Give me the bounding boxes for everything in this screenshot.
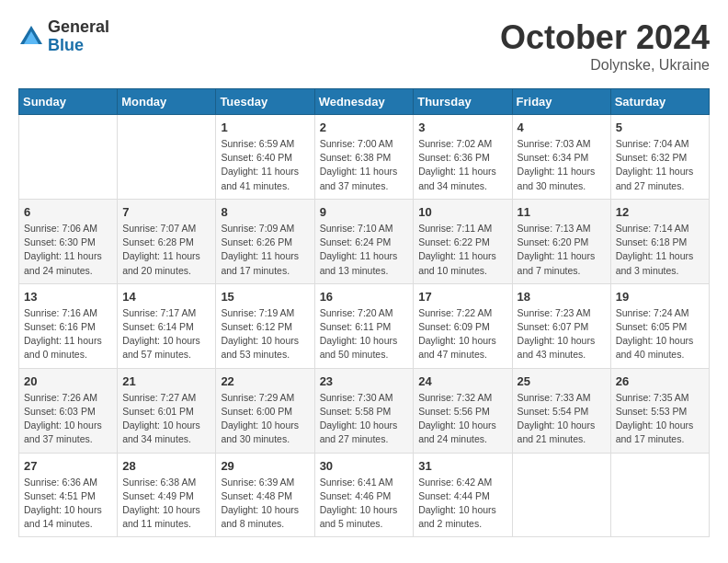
day-info: Sunrise: 7:35 AM Sunset: 5:53 PM Dayligh…	[616, 391, 704, 447]
calendar-cell: 9Sunrise: 7:10 AM Sunset: 6:24 PM Daylig…	[314, 199, 414, 283]
day-info: Sunrise: 7:33 AM Sunset: 5:54 PM Dayligh…	[518, 391, 606, 447]
day-number: 16	[320, 290, 409, 304]
day-number: 3	[418, 121, 506, 134]
calendar-cell: 4Sunrise: 7:03 AM Sunset: 6:34 PM Daylig…	[512, 115, 610, 200]
calendar-cell: 21Sunrise: 7:27 AM Sunset: 6:01 PM Dayli…	[118, 368, 216, 453]
day-of-week-saturday: Saturday	[610, 89, 709, 115]
calendar-cell: 6Sunrise: 7:06 AM Sunset: 6:30 PM Daylig…	[19, 199, 118, 283]
day-info: Sunrise: 7:30 AM Sunset: 5:58 PM Dayligh…	[320, 391, 409, 447]
calendar-cell: 17Sunrise: 7:22 AM Sunset: 6:09 PM Dayli…	[414, 283, 512, 368]
day-number: 20	[24, 374, 112, 388]
page-header: General Blue October 2024 Dolynske, Ukra…	[18, 18, 710, 74]
calendar-cell: 23Sunrise: 7:30 AM Sunset: 5:58 PM Dayli…	[314, 368, 414, 453]
calendar-cell: 3Sunrise: 7:02 AM Sunset: 6:36 PM Daylig…	[414, 115, 512, 200]
day-number: 29	[221, 459, 309, 473]
calendar-cell: 26Sunrise: 7:35 AM Sunset: 5:53 PM Dayli…	[610, 368, 709, 453]
calendar-cell: 2Sunrise: 7:00 AM Sunset: 6:38 PM Daylig…	[314, 115, 414, 200]
logo-text: General Blue	[48, 18, 109, 55]
calendar-cell: 13Sunrise: 7:16 AM Sunset: 6:16 PM Dayli…	[19, 283, 118, 368]
day-of-week-sunday: Sunday	[19, 89, 118, 115]
day-info: Sunrise: 7:04 AM Sunset: 6:32 PM Dayligh…	[616, 137, 704, 193]
day-number: 30	[320, 459, 409, 473]
day-number: 11	[518, 205, 606, 219]
calendar-week-5: 27Sunrise: 6:36 AM Sunset: 4:51 PM Dayli…	[19, 453, 710, 537]
day-info: Sunrise: 6:41 AM Sunset: 4:46 PM Dayligh…	[320, 476, 409, 532]
calendar-cell: 5Sunrise: 7:04 AM Sunset: 6:32 PM Daylig…	[610, 115, 709, 200]
day-info: Sunrise: 7:10 AM Sunset: 6:24 PM Dayligh…	[320, 222, 409, 278]
day-of-week-wednesday: Wednesday	[314, 89, 414, 115]
days-of-week-row: SundayMondayTuesdayWednesdayThursdayFrid…	[19, 89, 710, 115]
day-info: Sunrise: 7:29 AM Sunset: 6:00 PM Dayligh…	[221, 391, 309, 447]
day-info: Sunrise: 7:13 AM Sunset: 6:20 PM Dayligh…	[518, 222, 606, 278]
calendar-cell	[512, 453, 610, 537]
calendar-cell: 15Sunrise: 7:19 AM Sunset: 6:12 PM Dayli…	[216, 283, 314, 368]
logo: General Blue	[18, 18, 109, 55]
day-number: 18	[518, 290, 606, 304]
day-number: 17	[418, 290, 506, 304]
day-info: Sunrise: 7:22 AM Sunset: 6:09 PM Dayligh…	[418, 306, 506, 362]
logo-blue: Blue	[48, 37, 109, 55]
calendar-cell: 1Sunrise: 6:59 AM Sunset: 6:40 PM Daylig…	[216, 115, 314, 200]
month-year: October 2024	[500, 18, 710, 57]
day-number: 14	[122, 290, 210, 304]
calendar-week-1: 1Sunrise: 6:59 AM Sunset: 6:40 PM Daylig…	[19, 115, 710, 200]
day-number: 4	[518, 121, 606, 134]
calendar-cell: 28Sunrise: 6:38 AM Sunset: 4:49 PM Dayli…	[118, 453, 216, 537]
calendar-cell: 27Sunrise: 6:36 AM Sunset: 4:51 PM Dayli…	[19, 453, 118, 537]
day-number: 5	[616, 121, 704, 134]
day-info: Sunrise: 7:24 AM Sunset: 6:05 PM Dayligh…	[616, 306, 704, 362]
calendar-cell	[19, 115, 118, 200]
day-info: Sunrise: 7:27 AM Sunset: 6:01 PM Dayligh…	[122, 391, 210, 447]
day-number: 19	[616, 290, 704, 304]
calendar-cell: 14Sunrise: 7:17 AM Sunset: 6:14 PM Dayli…	[118, 283, 216, 368]
day-number: 28	[122, 459, 210, 473]
day-info: Sunrise: 7:11 AM Sunset: 6:22 PM Dayligh…	[418, 222, 506, 278]
day-number: 12	[616, 205, 704, 219]
calendar-header: SundayMondayTuesdayWednesdayThursdayFrid…	[19, 89, 710, 115]
day-of-week-friday: Friday	[512, 89, 610, 115]
day-number: 9	[320, 205, 409, 219]
calendar-cell: 29Sunrise: 6:39 AM Sunset: 4:48 PM Dayli…	[216, 453, 314, 537]
day-of-week-thursday: Thursday	[414, 89, 512, 115]
day-info: Sunrise: 7:07 AM Sunset: 6:28 PM Dayligh…	[122, 222, 210, 278]
day-number: 1	[221, 121, 309, 134]
calendar-cell: 11Sunrise: 7:13 AM Sunset: 6:20 PM Dayli…	[512, 199, 610, 283]
title-block: October 2024 Dolynske, Ukraine	[500, 18, 710, 74]
day-number: 13	[24, 290, 112, 304]
calendar-body: 1Sunrise: 6:59 AM Sunset: 6:40 PM Daylig…	[19, 115, 710, 537]
calendar-cell: 30Sunrise: 6:41 AM Sunset: 4:46 PM Dayli…	[314, 453, 414, 537]
calendar-cell: 12Sunrise: 7:14 AM Sunset: 6:18 PM Dayli…	[610, 199, 709, 283]
day-number: 25	[518, 374, 606, 388]
calendar-cell: 24Sunrise: 7:32 AM Sunset: 5:56 PM Dayli…	[414, 368, 512, 453]
day-number: 26	[616, 374, 704, 388]
day-info: Sunrise: 7:19 AM Sunset: 6:12 PM Dayligh…	[221, 306, 309, 362]
day-info: Sunrise: 7:32 AM Sunset: 5:56 PM Dayligh…	[418, 391, 506, 447]
day-number: 21	[122, 374, 210, 388]
logo-icon	[18, 24, 44, 50]
day-info: Sunrise: 6:38 AM Sunset: 4:49 PM Dayligh…	[122, 476, 210, 532]
calendar-cell: 10Sunrise: 7:11 AM Sunset: 6:22 PM Dayli…	[414, 199, 512, 283]
calendar-cell: 22Sunrise: 7:29 AM Sunset: 6:00 PM Dayli…	[216, 368, 314, 453]
day-number: 10	[418, 205, 506, 219]
day-number: 2	[320, 121, 409, 134]
day-info: Sunrise: 7:00 AM Sunset: 6:38 PM Dayligh…	[320, 137, 409, 193]
calendar-table: SundayMondayTuesdayWednesdayThursdayFrid…	[18, 88, 710, 537]
calendar-cell: 8Sunrise: 7:09 AM Sunset: 6:26 PM Daylig…	[216, 199, 314, 283]
calendar-cell	[610, 453, 709, 537]
day-info: Sunrise: 6:42 AM Sunset: 4:44 PM Dayligh…	[418, 476, 506, 532]
day-info: Sunrise: 7:09 AM Sunset: 6:26 PM Dayligh…	[221, 222, 309, 278]
day-number: 15	[221, 290, 309, 304]
logo-general: General	[48, 18, 109, 37]
calendar-cell: 16Sunrise: 7:20 AM Sunset: 6:11 PM Dayli…	[314, 283, 414, 368]
day-number: 8	[221, 205, 309, 219]
day-of-week-monday: Monday	[118, 89, 216, 115]
calendar-cell: 25Sunrise: 7:33 AM Sunset: 5:54 PM Dayli…	[512, 368, 610, 453]
calendar-cell: 18Sunrise: 7:23 AM Sunset: 6:07 PM Dayli…	[512, 283, 610, 368]
day-info: Sunrise: 7:14 AM Sunset: 6:18 PM Dayligh…	[616, 222, 704, 278]
day-number: 7	[122, 205, 210, 219]
calendar-week-4: 20Sunrise: 7:26 AM Sunset: 6:03 PM Dayli…	[19, 368, 710, 453]
day-info: Sunrise: 7:23 AM Sunset: 6:07 PM Dayligh…	[518, 306, 606, 362]
calendar-cell: 20Sunrise: 7:26 AM Sunset: 6:03 PM Dayli…	[19, 368, 118, 453]
day-number: 23	[320, 374, 409, 388]
day-info: Sunrise: 7:26 AM Sunset: 6:03 PM Dayligh…	[24, 391, 112, 447]
